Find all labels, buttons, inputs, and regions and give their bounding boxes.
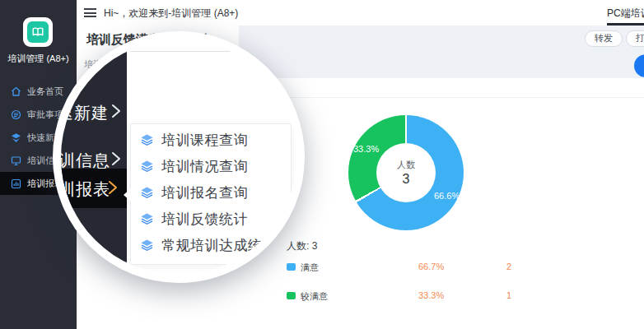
donut-center: 人数 3 bbox=[348, 115, 464, 230]
app-logo bbox=[23, 17, 53, 47]
hamburger-icon[interactable] bbox=[84, 8, 96, 17]
submenu-item-feedback-stats[interactable]: 培训反馈统计 bbox=[131, 206, 291, 232]
legend-swatch-green bbox=[287, 292, 296, 299]
quick-create-icon bbox=[11, 132, 21, 143]
legend-header: 人数: 3 bbox=[287, 239, 600, 253]
chevron-right-icon bbox=[110, 151, 122, 166]
submenu-item-label: 培训反馈统计 bbox=[161, 210, 248, 229]
forward-button[interactable]: 转发 bbox=[585, 30, 623, 47]
chevron-right-icon bbox=[110, 104, 122, 118]
layers-icon bbox=[140, 133, 154, 147]
magnified-item-label: 培训报表 bbox=[53, 178, 110, 201]
legend-percent: 66.7% bbox=[418, 262, 444, 271]
magnified-item-quick-create[interactable]: 快速新建 bbox=[61, 95, 127, 132]
legend-count: 2 bbox=[488, 262, 511, 271]
layers-icon bbox=[140, 160, 154, 174]
legend-row: 满意 66.7% 2 bbox=[287, 261, 600, 282]
layers-icon bbox=[140, 239, 154, 253]
card-divider bbox=[282, 97, 644, 98]
submenu-item-label: 培训课程查询 bbox=[161, 131, 248, 150]
submenu-item-status-query[interactable]: 培训情况查询 bbox=[131, 153, 291, 179]
magnifier-overlay: 快速新建 培训信息 培训报表 培训课程查询 培训情况查询 bbox=[53, 31, 305, 283]
magnified-item-training-report[interactable]: 培训报表 bbox=[61, 169, 127, 208]
book-icon bbox=[27, 21, 49, 43]
legend-swatch-blue bbox=[287, 263, 296, 271]
submenu-item-signup-query[interactable]: 培训报名查询 bbox=[131, 179, 291, 206]
layers-icon bbox=[140, 186, 154, 200]
approval-icon bbox=[11, 109, 21, 120]
submenu-item-label: 培训情况查询 bbox=[161, 157, 248, 176]
training-admin-app: 培训管理 (A8+) 业务首页 审批事项 快速新建 培训信息 培训报表 bbox=[0, 0, 644, 329]
chevron-right-icon-active bbox=[107, 180, 119, 195]
legend-label: 满意 bbox=[301, 262, 319, 274]
home-icon bbox=[11, 86, 21, 97]
legend-row: 较满意 33.3% 1 bbox=[287, 290, 600, 311]
toolbar-band: 转发 打印 bbox=[239, 25, 644, 78]
sidebar-item-home[interactable]: 业务首页 bbox=[0, 80, 77, 103]
legend-percent: 33.3% bbox=[418, 290, 444, 300]
chart-legend: 人数: 3 满意 66.7% 2 较满意 33.3% 1 bbox=[287, 239, 600, 311]
layers-icon bbox=[140, 212, 154, 226]
submenu-item-label: 培训报名查询 bbox=[161, 183, 248, 202]
legend-label: 较满意 bbox=[301, 290, 328, 303]
donut-center-label: 人数 bbox=[397, 159, 415, 171]
donut-center-value: 3 bbox=[403, 172, 410, 187]
topbar: Hi~，欢迎来到-培训管理 (A8+) PC端培训管理 bbox=[77, 0, 644, 26]
submenu-panel: 培训课程查询 培训情况查询 培训报名查询 培训反馈统计 常规培训达成统计 bbox=[130, 123, 292, 265]
submenu-item-course-query[interactable]: 培训课程查询 bbox=[131, 127, 291, 153]
tab-pc-training[interactable]: PC端培训管理 bbox=[607, 7, 644, 21]
training-info-icon bbox=[11, 155, 21, 166]
app-name: 培训管理 (A8+) bbox=[0, 53, 77, 65]
sidebar-item-label: 业务首页 bbox=[27, 86, 63, 98]
print-button[interactable]: 打印 bbox=[626, 30, 644, 47]
training-report-icon bbox=[11, 178, 21, 189]
panel-arrow bbox=[124, 188, 131, 202]
greeting-text: Hi~，欢迎来到-培训管理 (A8+) bbox=[104, 7, 238, 21]
legend-count: 1 bbox=[488, 290, 511, 300]
donut-chart: 33.3% 66.6% 人数 3 bbox=[348, 115, 464, 230]
submenu-item-label: 常规培训达成统计 bbox=[161, 236, 277, 255]
